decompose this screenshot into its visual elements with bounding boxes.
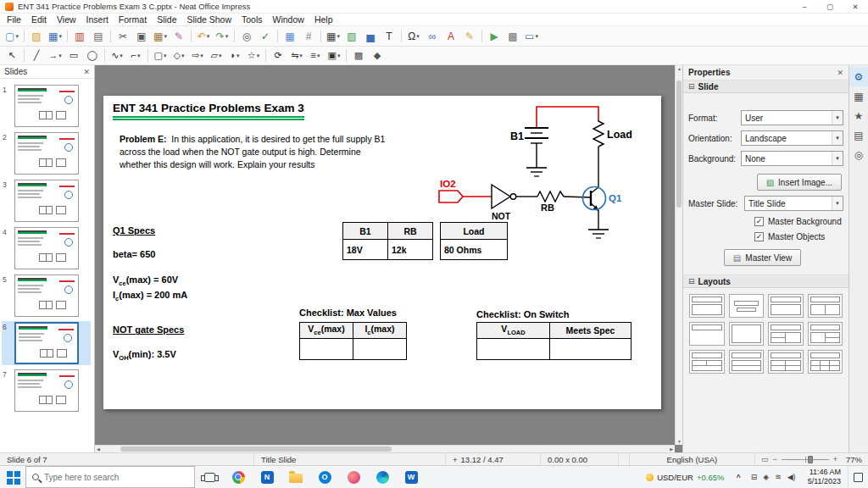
checklist-on-title[interactable]: Checklist: On Switch [476, 309, 569, 319]
zoom-percent[interactable]: 77% [842, 455, 862, 464]
taskbar-app-word[interactable]: W [397, 466, 426, 488]
select-button[interactable]: ↖ [3, 47, 20, 64]
tray-volume-icon[interactable]: ◀) [787, 473, 796, 481]
checklist-max-table[interactable]: Vce(max) Ic(max) [299, 322, 407, 360]
ellipse-button[interactable]: ◯ [84, 47, 101, 64]
slide-style[interactable]: Title Slide [254, 453, 446, 465]
horizontal-scroll-thumb[interactable] [120, 446, 392, 452]
slide-thumbnail-row[interactable]: 3 [2, 179, 91, 223]
slide-canvas[interactable]: ENT 341 Practice Problems Exam 3 Problem… [95, 65, 682, 452]
insert-table-button[interactable]: ▦▾ [325, 28, 342, 45]
layouts-section-header[interactable]: ⊟ Layouts [683, 274, 849, 288]
insert-line-button[interactable]: ╱ [28, 47, 45, 64]
layout-option-2[interactable] [729, 294, 765, 318]
master-background-checkbox[interactable]: ✓ [754, 217, 764, 226]
zoom-slider-thumb[interactable] [808, 456, 813, 463]
background-select[interactable]: None ▾ [741, 151, 843, 166]
specs-text[interactable]: Q1 Specs beta= 650 Vce(max) = 60V Ic(max… [113, 225, 308, 363]
slide-thumbnail-4[interactable] [14, 227, 79, 269]
scroll-left-icon[interactable]: ◀ [97, 446, 100, 452]
arrange-button[interactable]: ▣▾ [326, 47, 342, 64]
menu-slide[interactable]: Slide [152, 14, 181, 25]
vertical-scrollbar[interactable]: ▲ ▼ [675, 65, 682, 445]
find-replace-button[interactable]: ◎ [238, 28, 255, 45]
taskbar-app-outlook[interactable]: O [310, 466, 339, 488]
flip-button[interactable]: ⇋▾ [288, 47, 305, 64]
minimize-button[interactable]: – [792, 0, 817, 13]
slide-thumbnail-row[interactable]: 6 [2, 321, 91, 365]
search-input[interactable] [44, 473, 188, 482]
format-select[interactable]: User ▾ [741, 110, 843, 125]
menu-edit[interactable]: Edit [26, 14, 52, 25]
block-arrows-button[interactable]: ⇨▾ [189, 47, 206, 64]
orientation-select[interactable]: Landscape ▾ [741, 130, 843, 146]
chevron-down-icon[interactable]: ▾ [832, 111, 843, 125]
rotate-button[interactable]: ⟳ [270, 47, 287, 64]
menu-file[interactable]: File [2, 14, 26, 25]
layout-option-12[interactable] [808, 350, 843, 374]
open-document-button[interactable]: ▨ [28, 28, 45, 45]
insert-media-button[interactable]: ▶ [486, 28, 503, 45]
curves-polygons-button[interactable]: ∿▾ [108, 47, 125, 64]
slide-thumbnail-row[interactable]: 7 [2, 369, 91, 413]
sidebar-tab-gallery[interactable]: ▦ [849, 86, 868, 106]
currency-ticker[interactable]: USD/EUR +0.65% [639, 466, 731, 488]
slide-thumbnail-3[interactable] [14, 180, 79, 222]
gallery-button[interactable]: ▩ [504, 28, 521, 45]
master-view-button[interactable]: ▤ Master View [724, 249, 801, 266]
insert-image-button[interactable]: ▧ Insert Image... [757, 174, 842, 191]
taskbar-search[interactable] [25, 466, 195, 488]
scroll-down-icon[interactable]: ▼ [676, 439, 682, 444]
slide-thumbnail-1[interactable] [14, 85, 79, 127]
slide-thumbnail-row[interactable]: 5 [2, 274, 91, 318]
load-table[interactable]: Load 80 Ohms [440, 222, 508, 260]
master-slide-select[interactable]: Title Slide ▾ [744, 196, 843, 211]
zoom-out-button[interactable]: − [772, 455, 776, 463]
align-objects-button[interactable]: ≡▾ [307, 47, 324, 64]
shapes-dropdown-button[interactable]: ▭▾ [523, 28, 540, 45]
paste-button[interactable]: ▦▾ [152, 28, 169, 45]
basic-shapes-button[interactable]: ▢▾ [152, 47, 169, 64]
slide-thumbnail-7[interactable] [14, 369, 79, 412]
slide-thumbnail-5[interactable] [14, 274, 79, 317]
slide-thumbnail-row[interactable]: 4 [2, 226, 91, 270]
special-character-button[interactable]: Ω▾ [405, 28, 422, 45]
maximize-button[interactable]: ▢ [817, 0, 843, 13]
checklist-on-table[interactable]: VLOAD Meets Spec [476, 322, 632, 360]
sidebar-tab-animation[interactable]: ★ [849, 106, 868, 125]
layout-option-11[interactable] [768, 350, 804, 374]
copy-button[interactable]: ▣ [133, 28, 150, 45]
tray-wifi-icon[interactable]: ≋ [775, 473, 782, 481]
supply-table[interactable]: B1 RB 18V 12k [342, 222, 433, 260]
tray-display-icon[interactable]: ⊟ [751, 473, 758, 481]
insert-hyperlink-button[interactable]: ∞ [424, 28, 441, 45]
connectors-button[interactable]: ⌐▾ [127, 47, 144, 64]
fit-slide-icon[interactable]: ▭ [761, 455, 769, 463]
layout-option-6[interactable] [729, 322, 765, 346]
scroll-up-icon[interactable]: ▲ [676, 66, 682, 71]
menu-tools[interactable]: Tools [236, 14, 268, 25]
callout-shapes-button[interactable]: ◗▾ [226, 47, 243, 64]
tray-shield-icon[interactable]: ◈ [763, 473, 769, 481]
redo-button[interactable]: ↷▾ [214, 28, 231, 45]
problem-text[interactable]: Problem E: In this application, it is de… [120, 133, 442, 171]
menu-window[interactable]: Window [268, 14, 309, 25]
menu-insert[interactable]: Insert [81, 14, 114, 25]
cut-button[interactable]: ✂ [114, 28, 131, 45]
print-button[interactable]: ▤ [90, 28, 107, 45]
export-pdf-button[interactable]: ▥ [71, 28, 88, 45]
scroll-right-icon[interactable]: ▶ [670, 446, 673, 452]
language-status[interactable]: English (USA) [630, 453, 755, 465]
snap-guides-button[interactable]: # [300, 28, 317, 45]
checklist-max-title[interactable]: Checklist: Max Values [299, 308, 397, 318]
layout-option-8[interactable] [808, 322, 843, 346]
layout-option-1[interactable] [689, 294, 725, 318]
shadow-button[interactable]: ▩ [350, 47, 367, 64]
slide-title[interactable]: ENT 341 Practice Problems Exam 3 [113, 102, 304, 120]
slide-thumbnail-6[interactable] [14, 322, 79, 364]
chevron-down-icon[interactable]: ▾ [832, 131, 843, 145]
action-center-button[interactable] [848, 466, 868, 488]
layout-option-3[interactable] [768, 294, 804, 318]
layout-option-5[interactable] [689, 322, 725, 346]
lines-and-arrows-button[interactable]: →▾ [47, 47, 64, 64]
